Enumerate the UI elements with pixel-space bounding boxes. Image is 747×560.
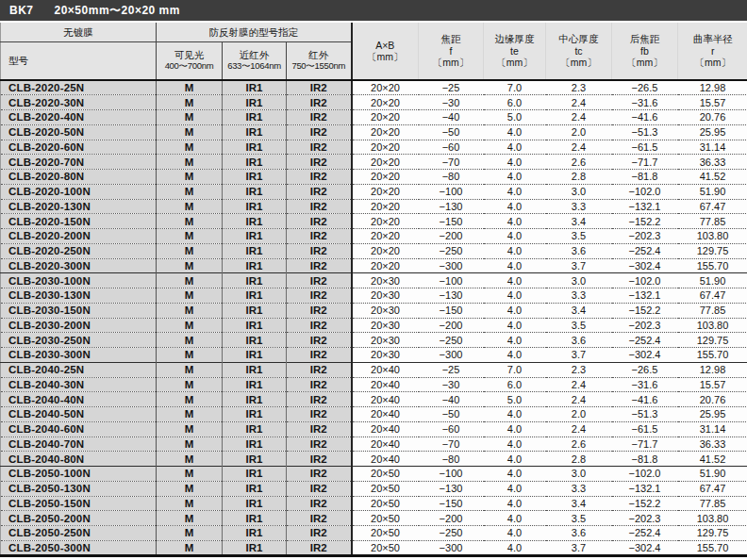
- ir-coating-cell: IR2: [287, 392, 352, 407]
- edge-thickness-cell: 4.0: [484, 467, 546, 482]
- edge-thickness-cell: 4.0: [484, 229, 546, 244]
- back-focal-cell: −132.1: [612, 199, 678, 214]
- model-cell: CLB-2050-200N: [1, 511, 157, 526]
- focal-length-cell: −60: [419, 140, 484, 155]
- center-thickness-cell: 2.3: [546, 362, 612, 377]
- size-cell: 20×20: [352, 95, 419, 110]
- table-row: CLB-2020-70NMIR1IR220×20−704.02.6−71.736…: [1, 155, 747, 170]
- model-cell: CLB-2030-100N: [1, 273, 157, 288]
- column-header-near-infrared: 近红外633〜1064nm: [223, 41, 287, 80]
- back-focal-cell: −41.6: [612, 110, 678, 125]
- column-header-model: 型号: [1, 41, 157, 80]
- nir-coating-cell: IR1: [223, 377, 287, 392]
- radius-cell: 103.80: [678, 229, 747, 244]
- table-row: CLB-2050-130NMIR1IR220×50−1304.03.3−132.…: [1, 481, 747, 496]
- table-row: CLB-2020-130NMIR1IR220×20−1304.03.3−132.…: [1, 199, 747, 214]
- nir-coating-cell: IR1: [223, 214, 287, 229]
- ir-coating-cell: IR2: [287, 377, 352, 392]
- focal-length-cell: −100: [419, 467, 484, 482]
- radius-cell: 41.52: [678, 452, 747, 467]
- size-cell: 20×50: [352, 496, 419, 511]
- back-focal-cell: −252.4: [612, 333, 678, 348]
- nir-coating-cell: IR1: [223, 421, 287, 436]
- back-focal-cell: −61.5: [612, 140, 678, 155]
- table-row: CLB-2020-40NMIR1IR220×20−405.02.4−41.620…: [1, 110, 747, 125]
- table-row: CLB-2020-30NMIR1IR220×20−306.02.4−31.615…: [1, 95, 747, 110]
- vis-coating-cell: M: [157, 258, 223, 273]
- radius-cell: 155.70: [678, 348, 747, 363]
- table-row: CLB-2020-100NMIR1IR220×20−1004.03.0−102.…: [1, 184, 747, 199]
- edge-thickness-cell: 4.0: [484, 184, 546, 199]
- model-cell: CLB-2030-250N: [1, 333, 157, 348]
- back-focal-cell: −102.0: [612, 184, 678, 199]
- table-row: CLB-2030-100NMIR1IR220×30−1004.03.0−102.…: [1, 273, 747, 288]
- ir-coating-cell: IR2: [287, 421, 352, 436]
- vis-coating-cell: M: [157, 362, 223, 377]
- center-thickness-cell: 3.5: [546, 318, 612, 333]
- catalog-page: BK720×50mm〜20×20 mm 无镀膜 防反射膜的型号指定 A×B〔mm…: [0, 0, 747, 560]
- model-cell: CLB-2020-250N: [1, 243, 157, 258]
- nir-coating-cell: IR1: [223, 170, 287, 185]
- ir-coating-cell: IR2: [287, 95, 352, 110]
- table-row: CLB-2030-130NMIR1IR220×30−1304.03.3−132.…: [1, 288, 747, 304]
- edge-thickness-cell: 4.0: [484, 288, 546, 304]
- ir-coating-cell: IR2: [287, 540, 352, 555]
- nir-coating-cell: IR1: [223, 184, 287, 199]
- title-bar: BK720×50mm〜20×20 mm: [0, 0, 747, 21]
- model-cell: CLB-2020-50N: [1, 124, 157, 140]
- edge-thickness-cell: 4.0: [484, 243, 546, 258]
- focal-length-cell: −130: [419, 481, 484, 496]
- center-thickness-cell: 2.6: [546, 155, 612, 170]
- center-thickness-cell: 3.7: [546, 348, 612, 363]
- focal-length-cell: −100: [419, 273, 484, 288]
- center-thickness-cell: 2.4: [546, 95, 612, 110]
- edge-thickness-cell: 4.0: [484, 436, 546, 452]
- model-cell: CLB-2040-60N: [1, 421, 157, 436]
- radius-cell: 15.57: [678, 377, 747, 392]
- edge-thickness-cell: 4.0: [484, 258, 546, 273]
- model-cell: CLB-2040-80N: [1, 452, 157, 467]
- center-thickness-cell: 3.3: [546, 199, 612, 214]
- nir-coating-cell: IR1: [223, 362, 287, 377]
- focal-length-cell: −60: [419, 421, 484, 436]
- vis-coating-cell: M: [157, 377, 223, 392]
- radius-cell: 51.90: [678, 467, 747, 482]
- back-focal-cell: −132.1: [612, 288, 678, 304]
- table-row: CLB-2040-25NMIR1IR220×40−257.02.3−26.512…: [1, 362, 747, 377]
- ir-coating-cell: IR2: [287, 140, 352, 155]
- back-focal-cell: −202.3: [612, 318, 678, 333]
- focal-length-cell: −200: [419, 229, 484, 244]
- back-focal-cell: −252.4: [612, 526, 678, 541]
- nir-coating-cell: IR1: [223, 540, 287, 555]
- edge-thickness-cell: 4.0: [484, 496, 546, 511]
- nir-coating-cell: IR1: [223, 155, 287, 170]
- ir-coating-cell: IR2: [287, 318, 352, 333]
- focal-length-cell: −200: [419, 318, 484, 333]
- size-cell: 20×50: [352, 540, 419, 555]
- size-cell: 20×20: [352, 140, 419, 155]
- size-cell: 20×40: [352, 377, 419, 392]
- model-cell: CLB-2020-25N: [1, 80, 157, 95]
- size-cell: 20×20: [352, 110, 419, 125]
- back-focal-cell: −132.1: [612, 481, 678, 496]
- model-cell: CLB-2020-100N: [1, 184, 157, 199]
- center-thickness-cell: 3.4: [546, 303, 612, 318]
- edge-thickness-cell: 4.0: [484, 273, 546, 288]
- ir-coating-cell: IR2: [287, 155, 352, 170]
- ir-coating-cell: IR2: [287, 258, 352, 273]
- nir-coating-cell: IR1: [223, 80, 287, 95]
- size-cell: 20×40: [352, 392, 419, 407]
- model-cell: CLB-2050-100N: [1, 467, 157, 482]
- model-cell: CLB-2040-25N: [1, 362, 157, 377]
- size-cell: 20×50: [352, 511, 419, 526]
- center-thickness-cell: 3.4: [546, 496, 612, 511]
- focal-length-cell: −150: [419, 303, 484, 318]
- table-body: CLB-2020-25NMIR1IR220×20−257.02.3−26.512…: [1, 80, 747, 555]
- focal-length-cell: −250: [419, 243, 484, 258]
- center-thickness-cell: 3.4: [546, 214, 612, 229]
- column-header-size: A×B〔mm〕: [352, 23, 419, 80]
- back-focal-cell: −202.3: [612, 511, 678, 526]
- center-thickness-cell: 3.0: [546, 184, 612, 199]
- radius-cell: 51.90: [678, 273, 747, 288]
- edge-thickness-cell: 4.0: [484, 348, 546, 363]
